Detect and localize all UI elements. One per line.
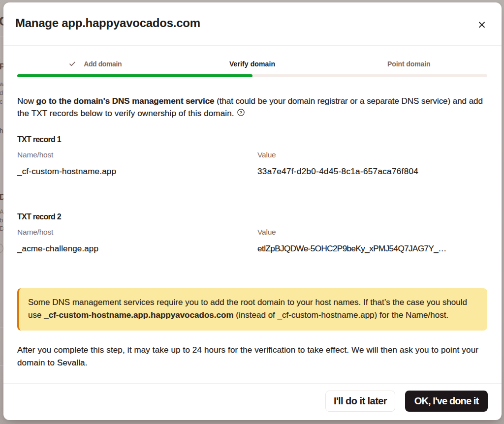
svg-text:?: ? (239, 109, 242, 115)
